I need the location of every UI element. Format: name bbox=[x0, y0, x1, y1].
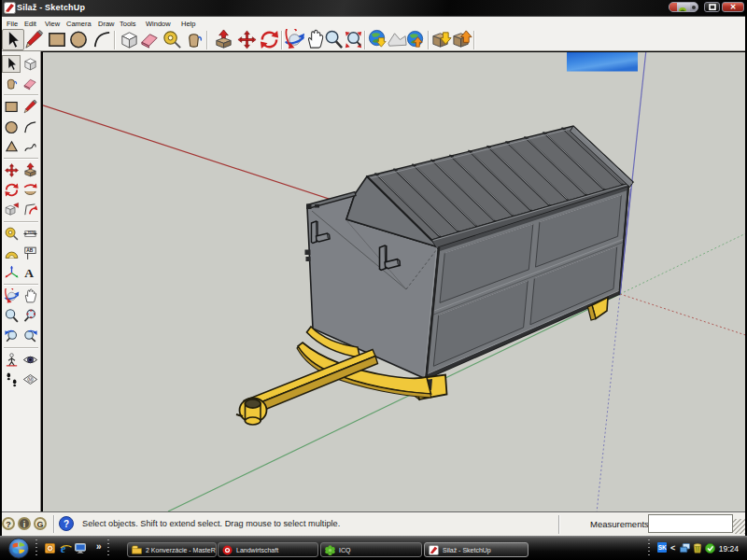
svg-text:M: M bbox=[28, 377, 32, 382]
svg-text:AB: AB bbox=[26, 248, 34, 253]
svg-text:A: A bbox=[24, 266, 34, 280]
svg-text:HIM: HIM bbox=[27, 230, 35, 234]
svg-text:SK: SK bbox=[658, 544, 667, 551]
svg-text:e: e bbox=[61, 542, 66, 554]
